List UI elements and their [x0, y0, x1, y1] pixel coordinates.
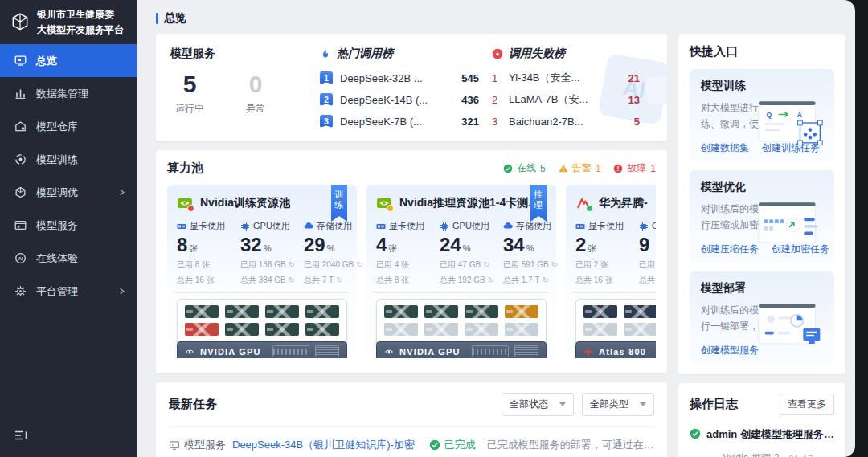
rank-badge: 2: [320, 93, 333, 106]
gpu-chassis-illustration: Atlas 800: [575, 299, 656, 358]
abnormal-stat: 0 异常: [246, 72, 265, 116]
storage-usage-metric: 存储使用 29% 已用 2040 GB↻ 总共 7 T↻: [304, 220, 358, 286]
pool-status-chips: 在线 5 告警 1 故障 1: [503, 161, 656, 175]
huawei-logo-icon: [575, 195, 592, 211]
sidebar-item-label: 数据集管理: [36, 87, 88, 101]
sidebar-item-label: 模型仓库: [36, 120, 78, 134]
gpu-grid: [582, 304, 656, 341]
app-title: 银川市卫生健康委 大模型开发服务平台: [37, 7, 124, 37]
pool-ribbon-inference: 推理: [530, 185, 547, 222]
connector-block: [272, 345, 309, 357]
create-model-service-link[interactable]: 创建模型服务: [701, 344, 759, 357]
sidebar-item-online-experience[interactable]: AI 在线体验: [0, 242, 137, 275]
collapse-sidebar-icon: [14, 430, 28, 441]
check-circle-icon: [503, 164, 513, 173]
gpu-card-icon: [376, 222, 386, 231]
terminal-icon: [14, 219, 27, 231]
refresh-icon[interactable]: ↻: [488, 275, 494, 284]
pool-cards: Nvidia训练资源池 训练 显卡使用 8张 已用 8 张 总共 16 张: [167, 185, 656, 358]
sidebar-item-model-repo[interactable]: 模型仓库: [0, 110, 137, 143]
caret-down-icon: [640, 402, 646, 406]
warehouse-icon: [14, 120, 27, 133]
fail-ranking-row[interactable]: 2 LLaMA-7B（安... 13: [492, 92, 653, 108]
gpu-module: [185, 305, 219, 318]
storage-icon: [503, 222, 513, 231]
sidebar-item-platform-admin[interactable]: 平台管理: [0, 275, 137, 308]
create-dataset-link[interactable]: 创建数据集: [701, 141, 749, 155]
hot-ranking-row[interactable]: 3 DeepSeeK-7B (... 321: [320, 113, 492, 129]
refresh-icon[interactable]: ↻: [551, 260, 558, 269]
hot-ranking-row[interactable]: 2 DeepSeeK-14B (... 436: [320, 92, 492, 108]
monitor-icon: [14, 55, 27, 67]
quick-card-model-optimization: 模型优化 对训练后的模型进行压缩或加密，...: [690, 170, 834, 262]
refresh-icon[interactable]: ↻: [542, 275, 549, 284]
gpu-module: [265, 323, 299, 336]
sidebar-item-label: 平台管理: [36, 284, 78, 299]
refresh-icon[interactable]: ↻: [356, 260, 362, 269]
sidebar-item-label: 模型训练: [36, 153, 78, 167]
gpu-card-icon: [575, 222, 585, 231]
refresh-icon[interactable]: ↻: [289, 260, 295, 269]
fail-ranking-row[interactable]: 3 Baichuan2-7B... 5: [492, 113, 653, 129]
check-circle-icon: [690, 428, 701, 439]
quick-card-model-deployment: 模型部署 对训练后的模型进行一键部署，投...: [690, 271, 834, 363]
gpu-usage-metric: GPU使用 32% 已用 136 GB↻ 总共 384 GB↻: [240, 220, 295, 286]
gpu-module: [265, 305, 299, 318]
sidebar-item-model-service[interactable]: 模型服务: [0, 209, 137, 242]
model-service-stats: 模型服务 5 运行中 0 异常: [170, 47, 320, 129]
vent-block: [514, 345, 538, 357]
gpu-module: [384, 305, 418, 318]
model-service-summary-panel: 模型服务 5 运行中 0 异常: [156, 34, 667, 141]
sidebar-item-model-tuning[interactable]: 模型调优: [0, 176, 137, 209]
fault-status-chip: 故障 1: [613, 161, 656, 175]
type-filter-select[interactable]: 全部类型: [582, 393, 654, 416]
warning-triangle-icon: [559, 164, 568, 173]
compute-pool-panel: 算力池 在线 5 告警 1: [156, 150, 667, 373]
error-circle-icon: [613, 164, 623, 173]
fail-ranking-row[interactable]: 1 Yi-34B（安全... 21: [492, 70, 653, 86]
service-monitor-icon: [169, 439, 180, 451]
gpu-usage-metric: GPU使用 24% 已用 47 GB↻ 总共 192 GB↻: [440, 220, 494, 286]
training-illustration: Q A: [757, 98, 826, 148]
warning-status-chip: 告警 1: [559, 161, 601, 175]
gpu-module: [505, 323, 538, 336]
gpu-module: [305, 305, 339, 318]
training-cycle-icon: [14, 153, 27, 165]
nvidia-logo-icon: [376, 195, 392, 211]
gpu-module: [225, 305, 259, 318]
gpu-grid: [183, 304, 341, 341]
chassis-bar: NVIDIA GPU: [177, 341, 347, 358]
sidebar-item-overview[interactable]: 总览: [0, 44, 137, 77]
vent-block: [315, 345, 339, 357]
view-more-button[interactable]: 查看更多: [780, 394, 834, 415]
cube-icon: [14, 186, 27, 198]
storage-usage-metric: 存储使用 34% 已用 591 GB↻ 总共 1.7 T↻: [503, 220, 558, 286]
sidebar-item-datasets[interactable]: 数据集管理: [0, 77, 137, 110]
create-compression-task-link[interactable]: 创建压缩任务: [701, 243, 759, 256]
optimization-illustration: [757, 199, 826, 249]
task-name-link[interactable]: DeepSeek-34B（银川卫健知识库)-加密: [232, 438, 415, 452]
gpu-card-icon: [177, 222, 186, 231]
refresh-icon[interactable]: ↻: [289, 275, 295, 284]
alert-flame-icon: [492, 48, 503, 59]
fail-call-ranking: 调用失败榜 1 Yi-34B（安全... 21 2 LLaMA-7B（安...: [492, 47, 653, 129]
connector-block: [472, 345, 509, 357]
pool-status-dot: [387, 205, 394, 212]
nvidia-logo-icon: [177, 195, 193, 211]
refresh-icon[interactable]: ↻: [483, 260, 489, 269]
task-description: 已完成模型服务的部署，可通过在线体验验证模...: [487, 438, 654, 452]
sidebar-collapse-button[interactable]: [0, 417, 137, 457]
check-circle-icon: [429, 439, 440, 451]
storage-icon: [304, 222, 313, 231]
refresh-icon[interactable]: ↻: [336, 275, 342, 284]
task-type: 模型服务: [169, 438, 226, 452]
sidebar-item-label: 模型调优: [36, 186, 78, 200]
gpu-module: [505, 305, 538, 318]
quick-entry-panel: 快捷入口 模型训练 对大模型进行预训练、微调，使模... Q A: [678, 34, 845, 374]
sidebar-item-model-training[interactable]: 模型训练: [0, 143, 137, 176]
page-header: 总览: [156, 11, 845, 26]
gpu-module: [624, 305, 656, 318]
hot-ranking-row[interactable]: 1 DeepSeek-32B ... 545: [320, 70, 492, 86]
chassis-bar: Atlas 800: [575, 341, 656, 358]
status-filter-select[interactable]: 全部状态: [502, 393, 574, 416]
